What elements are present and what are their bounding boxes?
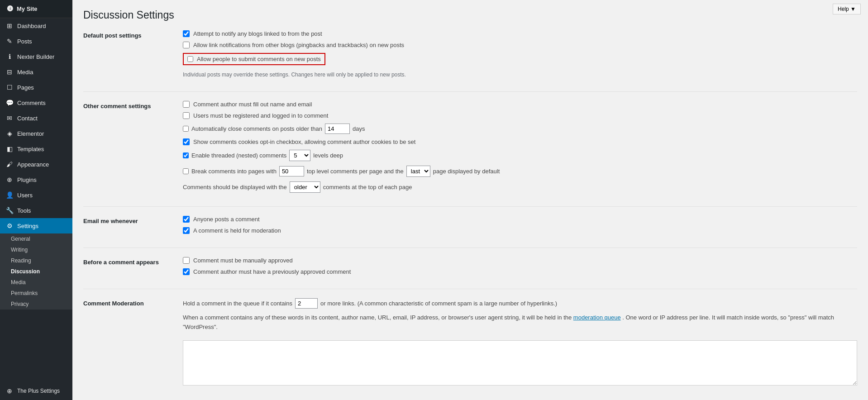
sidebar-item-dashboard[interactable]: ⊞ Dashboard (0, 18, 72, 33)
days-label: days (353, 125, 365, 132)
the-plus-settings-icon: ⊕ (5, 387, 14, 395)
checkbox-row-held-moderation: A comment is held for moderation (183, 227, 857, 234)
submenu-reading[interactable]: Reading (0, 255, 72, 266)
page-default-label: page displayed by default (433, 168, 500, 175)
sidebar-item-templates[interactable]: ◧ Templates (0, 141, 72, 157)
plugins-icon: ⊕ (5, 176, 14, 184)
section-content-default: Attempt to notify any blogs linked to fr… (183, 30, 857, 82)
checkbox-auto-close[interactable] (183, 126, 189, 132)
label-break-comments[interactable]: Break comments into pages with (191, 168, 277, 175)
checkbox-row-link-notifications: Allow link notifications from other blog… (183, 42, 857, 48)
sidebar-item-appearance[interactable]: 🖌 Appearance (0, 157, 72, 172)
checkbox-row-manual-approval: Comment must be manually approved (183, 257, 857, 264)
checkbox-previously-approved[interactable] (183, 268, 190, 275)
threaded-levels-select[interactable]: 12345678910 (289, 150, 310, 161)
display-order-select[interactable]: oldernewer (290, 181, 320, 193)
wp-icon: 🅦 (7, 5, 13, 12)
section-label-before-comment: Before a comment appears (83, 257, 183, 280)
moderation-queue-link[interactable]: moderation queue (573, 314, 621, 321)
section-content-email: Anyone posts a comment A comment is held… (183, 216, 857, 238)
sidebar-item-collapse-menu[interactable]: ◀ Collapse menu (0, 399, 72, 400)
sidebar-item-users[interactable]: 👤 Users (0, 187, 72, 203)
label-auto-close[interactable]: Automatically close comments on posts ol… (191, 125, 322, 132)
nexter-builder-icon: ℹ (5, 52, 14, 61)
checkbox-manual-approval[interactable] (183, 257, 190, 264)
section-before-comment: Before a comment appears Comment must be… (83, 257, 857, 289)
contact-icon: ✉ (5, 114, 14, 122)
checkbox-registered[interactable] (183, 112, 190, 119)
checkbox-row-notify-blogs: Attempt to notify any blogs linked to fr… (183, 30, 857, 37)
sidebar-item-posts[interactable]: ✎ Posts (0, 33, 72, 49)
label-author-name[interactable]: Comment author must fill out name and em… (193, 101, 312, 108)
section-label-default: Default post settings (83, 30, 183, 82)
checkbox-break-comments[interactable] (183, 168, 189, 174)
default-settings-info: Individual posts may override these sett… (183, 71, 857, 78)
section-label-other: Other comment settings (83, 101, 183, 197)
label-threaded[interactable]: Enable threaded (nested) comments (191, 152, 286, 159)
highlighted-allow-comments-row: Allow people to submit comments on new p… (183, 53, 325, 65)
display-order-after: comments at the top of each page (323, 184, 412, 190)
help-button[interactable]: Help ▼ (833, 4, 861, 14)
hold-links-input[interactable] (295, 298, 318, 309)
sidebar-item-plugins[interactable]: ⊕ Plugins (0, 172, 72, 187)
checkbox-author-name[interactable] (183, 101, 190, 108)
sidebar-item-the-plus-settings[interactable]: ⊕ The Plus Settings (0, 383, 72, 399)
label-registered[interactable]: Users must be registered and logged in t… (193, 112, 328, 119)
checkbox-held-moderation[interactable] (183, 227, 190, 234)
submenu-permalinks[interactable]: Permalinks (0, 288, 72, 299)
appearance-icon: 🖌 (5, 160, 14, 168)
top-level-label: top level comments per page and the (307, 168, 404, 175)
media-icon: ⊟ (5, 68, 14, 76)
checkbox-row-previously-approved: Comment author must have a previously ap… (183, 268, 857, 275)
submenu-writing[interactable]: Writing (0, 244, 72, 255)
label-held-moderation[interactable]: A comment is held for moderation (193, 227, 281, 234)
hold-comment-row: Hold a comment in the queue if it contai… (183, 298, 857, 309)
sidebar-item-elementor[interactable]: ◈ Elementor (0, 126, 72, 141)
page-display-select[interactable]: firstlast (406, 166, 430, 177)
sidebar-item-settings[interactable]: ⚙ Settings (0, 218, 72, 233)
submenu-privacy[interactable]: Privacy (0, 299, 72, 310)
hold-text-after: or more links. (A common characteristic … (320, 300, 557, 307)
moderation-textarea[interactable] (183, 340, 857, 386)
main-content: Discussion Settings Default post setting… (72, 0, 868, 400)
label-previously-approved[interactable]: Comment author must have a previously ap… (193, 268, 351, 275)
sidebar-item-nexter-builder[interactable]: ℹ Nexter Builder (0, 49, 72, 64)
label-manual-approval[interactable]: Comment must be manually approved (193, 257, 293, 264)
checkbox-row-anyone-posts: Anyone posts a comment (183, 216, 857, 223)
submenu-general[interactable]: General (0, 233, 72, 244)
section-default-post-settings: Default post settings Attempt to notify … (83, 30, 857, 92)
auto-close-days-input[interactable] (325, 124, 350, 134)
display-order-before: Comments should be displayed with the (183, 184, 287, 190)
checkbox-anyone-posts[interactable] (183, 216, 190, 223)
inline-row-auto-close: Automatically close comments on posts ol… (183, 124, 857, 134)
break-comments-input[interactable] (279, 166, 304, 176)
checkbox-notify-blogs[interactable] (183, 30, 190, 37)
label-allow-comments[interactable]: Allow people to submit comments on new p… (197, 56, 321, 62)
submenu-media[interactable]: Media (0, 277, 72, 288)
users-icon: 👤 (5, 191, 14, 199)
sidebar-item-media[interactable]: ⊟ Media (0, 64, 72, 80)
templates-icon: ◧ (5, 145, 14, 153)
section-content-other: Comment author must fill out name and em… (183, 101, 857, 197)
sidebar-item-pages[interactable]: ☐ Pages (0, 80, 72, 95)
label-cookies[interactable]: Show comments cookies opt-in checkbox, a… (193, 138, 415, 145)
sidebar-item-tools[interactable]: 🔧 Tools (0, 203, 72, 218)
checkbox-row-author-name: Comment author must fill out name and em… (183, 101, 857, 108)
submenu-discussion[interactable]: Discussion (0, 266, 72, 277)
checkbox-cookies[interactable] (183, 138, 190, 145)
checkbox-allow-comments[interactable] (187, 56, 193, 62)
label-anyone-posts[interactable]: Anyone posts a comment (193, 216, 260, 223)
sidebar-item-comments[interactable]: 💬 Comments (0, 95, 72, 110)
inline-row-threaded: Enable threaded (nested) comments 123456… (183, 150, 857, 161)
checkbox-row-cookies: Show comments cookies opt-in checkbox, a… (183, 138, 857, 145)
label-notify-blogs[interactable]: Attempt to notify any blogs linked to fr… (193, 30, 322, 37)
section-comment-moderation: Comment Moderation Hold a comment in the… (83, 298, 857, 396)
sidebar-item-contact[interactable]: ✉ Contact (0, 110, 72, 126)
checkbox-row-registered: Users must be registered and logged in t… (183, 112, 857, 119)
moderation-description: When a comment contains any of these wor… (183, 313, 857, 332)
label-link-notifications[interactable]: Allow link notifications from other blog… (193, 42, 404, 48)
checkbox-link-notifications[interactable] (183, 42, 190, 48)
dashboard-icon: ⊞ (5, 22, 14, 30)
checkbox-threaded[interactable] (183, 152, 189, 158)
section-other-comment-settings: Other comment settings Comment author mu… (83, 101, 857, 207)
